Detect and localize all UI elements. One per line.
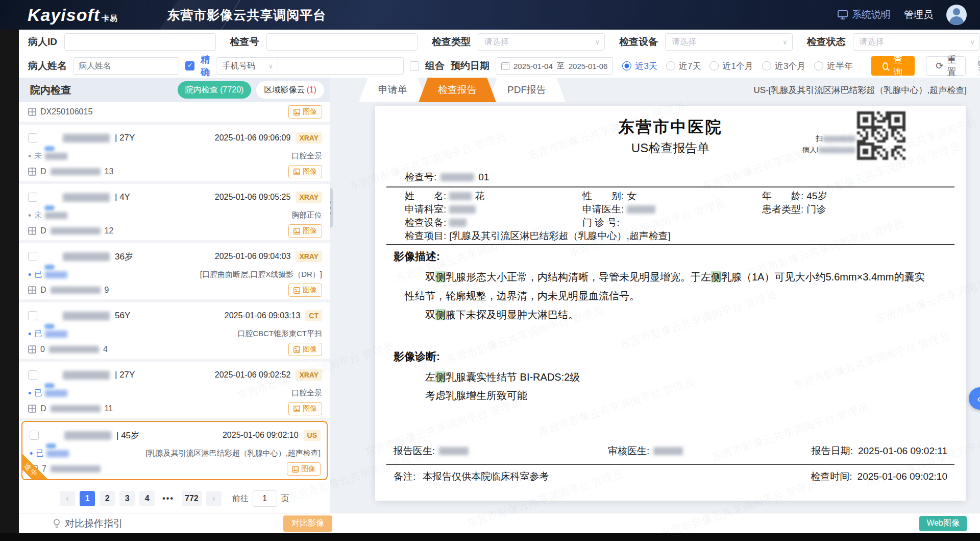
compare-guide-link[interactable]: 对比操作指引	[53, 517, 123, 530]
exam-list-item[interactable]: 36岁2025-01-06 09:04:03XRAY•已[口腔曲面断层,口腔X线…	[19, 243, 330, 302]
search-button[interactable]: 查询	[871, 56, 915, 76]
description-paragraph: 双侧乳腺形态大小正常，内结构清晰，导管未见明显增宽。于左侧乳腺（1A）可见大小约…	[405, 268, 933, 305]
exam-checkbox[interactable]	[28, 252, 37, 261]
phone-type-select[interactable]: 手机号码∨	[216, 57, 278, 75]
user-name[interactable]: 管理员	[904, 8, 933, 21]
view-images-button[interactable]: 图像	[288, 224, 322, 238]
quick-range-radio[interactable]	[762, 61, 771, 70]
exam-item-row2: •未胸部正位	[28, 210, 322, 221]
image-icon	[293, 169, 300, 175]
page-button-4[interactable]: 4	[139, 491, 155, 506]
layout-toggle-button[interactable]	[978, 56, 980, 76]
view-images-button[interactable]: 图像	[288, 343, 322, 356]
exact-label: 精确	[201, 54, 210, 78]
tab-pdf-report[interactable]: PDF报告	[488, 78, 566, 102]
reset-icon: ⟳	[936, 60, 943, 72]
tab-exam-report[interactable]: 检查报告	[419, 78, 496, 102]
quick-range-radio[interactable]	[814, 61, 823, 70]
exam-checkbox[interactable]	[28, 370, 37, 380]
status-dot: •	[28, 272, 31, 277]
page-button-772[interactable]: 772	[182, 491, 202, 506]
tab-region-cloud[interactable]: 区域影像云 (1)	[256, 81, 324, 99]
view-images-button[interactable]: 图像	[287, 462, 321, 476]
exam-status-select[interactable]: 请选择∨	[853, 33, 980, 51]
patient-name-redacted	[63, 252, 110, 261]
image-icon	[293, 346, 300, 353]
search-icon	[883, 62, 888, 70]
system-help-link[interactable]: 系统说明	[838, 8, 891, 21]
page-button-2[interactable]: 2	[100, 491, 115, 506]
phone-filter-group: 手机号码∨	[216, 57, 404, 75]
diagnosis-paragraph: 左侧乳腺囊实性结节 BI-RADS:2级	[405, 368, 933, 386]
calendar-icon	[501, 62, 509, 70]
navbar-right: 系统说明 管理员	[838, 5, 967, 25]
page-button-1[interactable]: 1	[80, 491, 95, 506]
view-images-label: 图像	[303, 345, 317, 354]
date-range-picker[interactable]: 2025-01-04 至 2025-01-06	[496, 57, 613, 75]
highlighted-term: 侧	[435, 309, 446, 320]
goto-page-input[interactable]	[253, 490, 277, 507]
prev-page-button[interactable]: ‹	[60, 491, 75, 506]
status-dot: •	[30, 451, 33, 456]
exam-item-row1: | 27Y2025-01-06 09:02:52XRAY	[28, 367, 322, 383]
reset-button[interactable]: ⟳ 重置	[926, 56, 966, 76]
patient-name-redacted	[64, 431, 111, 440]
patient-name-input[interactable]	[73, 57, 179, 75]
exam-list-item-partial[interactable]: DX250106015图像	[19, 102, 330, 125]
exam-device-select[interactable]: 请选择∨	[665, 33, 792, 51]
patient-age: 56Y	[115, 311, 130, 321]
view-images-button[interactable]: 图像	[288, 284, 322, 297]
user-avatar[interactable]	[946, 5, 967, 25]
tab-in-hospital[interactable]: 院内检查 (7720)	[178, 81, 252, 99]
view-images-label: 图像	[301, 464, 315, 474]
exam-item-row1: | 4Y2025-01-06 09:05:25XRAY	[28, 189, 322, 205]
page-button-3[interactable]: 3	[119, 491, 135, 506]
compare-images-button[interactable]: 对比影像	[283, 515, 332, 532]
exact-checkbox[interactable]	[185, 61, 194, 70]
quick-range-radio[interactable]	[709, 61, 719, 70]
quick-range-radio[interactable]	[666, 61, 675, 70]
phone-type-value: 手机号码	[223, 61, 255, 72]
patient-id-input[interactable]	[64, 33, 216, 51]
exam-checkbox[interactable]	[30, 431, 39, 440]
exam-checkbox[interactable]	[28, 193, 37, 202]
goto-page-unit: 页	[281, 493, 289, 504]
chevron-down-icon: ∨	[595, 38, 600, 46]
tab-request-form[interactable]: 申请单	[359, 78, 427, 102]
exam-item-row1: 56Y2025-01-06 09:03:13CT	[28, 308, 322, 324]
more-pages-ellipsis[interactable]: •••	[159, 491, 177, 506]
tab-region-label: 区域影像云	[264, 85, 305, 96]
quick-range-radio[interactable]	[622, 61, 631, 70]
exam-list-item[interactable]: 56Y2025-01-06 09:03:13CT•已口腔CBCT锥形束CT平扫0…	[19, 302, 330, 362]
view-images-button[interactable]: 图像	[288, 165, 322, 178]
read-status: •已	[28, 270, 67, 279]
exam-list-item[interactable]: | 4Y2025-01-06 09:05:25XRAY•未胸部正位D12图像	[19, 184, 330, 243]
exam-type-select[interactable]: 请选择∨	[478, 33, 605, 51]
avatar-tag	[44, 146, 55, 151]
next-page-button[interactable]: ›	[206, 491, 222, 506]
exam-list-item[interactable]: | 27Y2025-01-06 09:02:52XRAY•已口腔全景D11图像	[19, 362, 330, 421]
panel-resize-handle[interactable]	[330, 188, 333, 228]
avatar-tag	[44, 265, 55, 270]
exam-datetime: 2025-01-06 09:04:03	[215, 252, 291, 261]
view-images-button[interactable]: 图像	[288, 105, 322, 119]
status-redacted	[46, 450, 69, 457]
exam-list-item[interactable]: | 27Y2025-01-06 09:06:09XRAY•未口腔全景D13图像	[19, 125, 330, 184]
exam-checkbox[interactable]	[28, 311, 37, 320]
exam-list-item[interactable]: | 45岁2025-01-06 09:02:10US•已[乳腺及其引流区淋巴结彩…	[21, 421, 328, 480]
filter-row-2: 病人姓名 精确 手机号码∨ 组合 预约日期 2025-01-04 至 2025-…	[19, 54, 980, 78]
study-id-suffix: 12	[105, 226, 114, 236]
combo-checkbox[interactable]	[410, 61, 419, 70]
app-window: Kayisoft卡易 东营市影像云共享调阅平台 系统说明 管理员 病人ID 检查…	[0, 0, 980, 541]
image-icon	[293, 406, 300, 412]
web-image-button[interactable]: Web图像	[919, 516, 967, 531]
status-redacted	[45, 212, 67, 219]
patient-age: | 4Y	[115, 192, 130, 202]
window-bottom-edge	[0, 533, 980, 541]
view-images-button[interactable]: 图像	[288, 402, 322, 415]
phone-input[interactable]	[278, 57, 404, 75]
exam-checkbox[interactable]	[28, 133, 37, 143]
patient-name-label: 病人姓名	[28, 59, 67, 73]
qr-caption: 扫 病人I	[774, 133, 855, 155]
exam-no-input[interactable]	[266, 33, 418, 51]
